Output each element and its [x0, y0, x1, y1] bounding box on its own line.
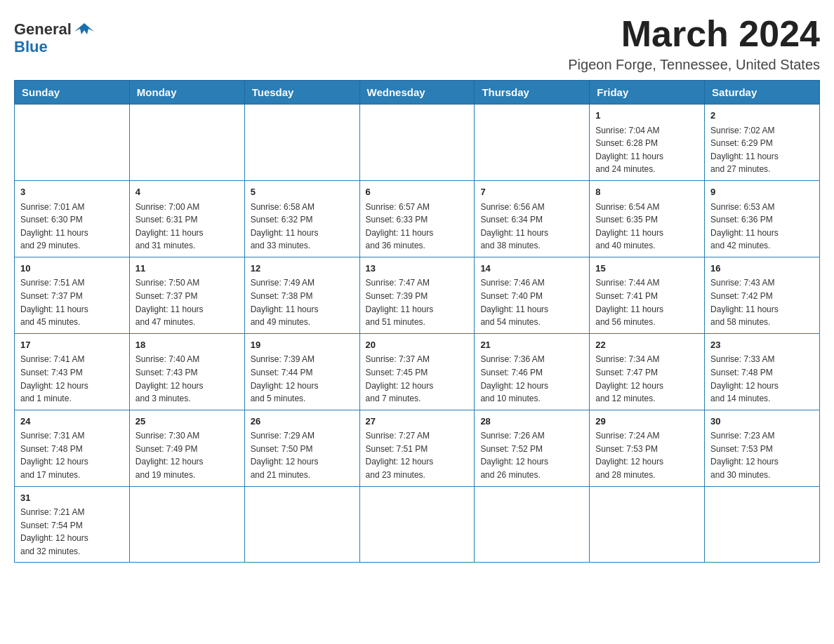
table-row: 22Sunrise: 7:34 AM Sunset: 7:47 PM Dayli…: [590, 333, 705, 410]
day-info: Sunrise: 7:02 AM Sunset: 6:29 PM Dayligh…: [710, 124, 814, 176]
header-saturday: Saturday: [705, 81, 820, 105]
day-number: 28: [480, 415, 583, 429]
svg-marker-0: [74, 23, 94, 34]
calendar-week-row: 10Sunrise: 7:51 AM Sunset: 7:37 PM Dayli…: [15, 257, 820, 333]
table-row: 15Sunrise: 7:44 AM Sunset: 7:41 PM Dayli…: [590, 257, 705, 333]
table-row: 1Sunrise: 7:04 AM Sunset: 6:28 PM Daylig…: [590, 105, 705, 181]
calendar-week-row: 1Sunrise: 7:04 AM Sunset: 6:28 PM Daylig…: [15, 105, 820, 181]
table-row: 27Sunrise: 7:27 AM Sunset: 7:51 PM Dayli…: [359, 410, 475, 486]
logo-blue-text: Blue: [14, 38, 48, 56]
day-number: 7: [480, 185, 583, 199]
day-info: Sunrise: 7:36 AM Sunset: 7:46 PM Dayligh…: [480, 353, 583, 405]
day-number: 27: [366, 415, 469, 429]
table-row: [129, 105, 244, 181]
table-row: [129, 486, 244, 563]
day-number: 25: [135, 415, 239, 429]
title-area: March 2024 Pigeon Forge, Tennessee, Unit…: [568, 14, 820, 73]
table-row: 18Sunrise: 7:40 AM Sunset: 7:43 PM Dayli…: [129, 333, 244, 410]
day-number: 26: [251, 415, 354, 429]
day-info: Sunrise: 7:29 AM Sunset: 7:50 PM Dayligh…: [251, 429, 354, 481]
day-number: 14: [480, 262, 583, 276]
table-row: 16Sunrise: 7:43 AM Sunset: 7:42 PM Dayli…: [705, 257, 820, 333]
day-info: Sunrise: 7:00 AM Sunset: 6:31 PM Dayligh…: [135, 201, 239, 253]
day-info: Sunrise: 7:27 AM Sunset: 7:51 PM Dayligh…: [366, 429, 469, 481]
day-info: Sunrise: 7:24 AM Sunset: 7:53 PM Dayligh…: [595, 429, 699, 481]
day-info: Sunrise: 6:54 AM Sunset: 6:35 PM Dayligh…: [595, 201, 699, 253]
table-row: 14Sunrise: 7:46 AM Sunset: 7:40 PM Dayli…: [475, 257, 590, 333]
day-info: Sunrise: 6:53 AM Sunset: 6:36 PM Dayligh…: [710, 201, 814, 253]
day-number: 23: [710, 338, 814, 352]
day-info: Sunrise: 7:04 AM Sunset: 6:28 PM Dayligh…: [595, 124, 699, 176]
table-row: 4Sunrise: 7:00 AM Sunset: 6:31 PM Daylig…: [129, 181, 244, 257]
day-number: 11: [135, 262, 239, 276]
table-row: 31Sunrise: 7:21 AM Sunset: 7:54 PM Dayli…: [15, 486, 130, 563]
table-row: 24Sunrise: 7:31 AM Sunset: 7:48 PM Dayli…: [15, 410, 130, 486]
table-row: 13Sunrise: 7:47 AM Sunset: 7:39 PM Dayli…: [359, 257, 475, 333]
table-row: [15, 105, 130, 181]
day-number: 29: [595, 415, 699, 429]
day-info: Sunrise: 7:40 AM Sunset: 7:43 PM Dayligh…: [135, 353, 239, 405]
day-info: Sunrise: 7:44 AM Sunset: 7:41 PM Dayligh…: [595, 276, 699, 328]
table-row: 17Sunrise: 7:41 AM Sunset: 7:43 PM Dayli…: [15, 333, 130, 410]
day-info: Sunrise: 7:37 AM Sunset: 7:45 PM Dayligh…: [366, 353, 469, 405]
table-row: 2Sunrise: 7:02 AM Sunset: 6:29 PM Daylig…: [705, 105, 820, 181]
day-number: 16: [710, 262, 814, 276]
table-row: 6Sunrise: 6:57 AM Sunset: 6:33 PM Daylig…: [359, 181, 475, 257]
table-row: 12Sunrise: 7:49 AM Sunset: 7:38 PM Dayli…: [244, 257, 359, 333]
table-row: [475, 486, 590, 563]
day-info: Sunrise: 7:31 AM Sunset: 7:48 PM Dayligh…: [20, 429, 124, 481]
table-row: 10Sunrise: 7:51 AM Sunset: 7:37 PM Dayli…: [15, 257, 130, 333]
table-row: 25Sunrise: 7:30 AM Sunset: 7:49 PM Dayli…: [129, 410, 244, 486]
header-monday: Monday: [129, 81, 244, 105]
table-row: 23Sunrise: 7:33 AM Sunset: 7:48 PM Dayli…: [705, 333, 820, 410]
day-info: Sunrise: 7:23 AM Sunset: 7:53 PM Dayligh…: [710, 429, 814, 481]
logo-bird-icon: [74, 22, 94, 37]
day-number: 13: [366, 262, 469, 276]
table-row: 8Sunrise: 6:54 AM Sunset: 6:35 PM Daylig…: [590, 181, 705, 257]
table-row: 3Sunrise: 7:01 AM Sunset: 6:30 PM Daylig…: [15, 181, 130, 257]
table-row: 30Sunrise: 7:23 AM Sunset: 7:53 PM Dayli…: [705, 410, 820, 486]
day-info: Sunrise: 7:33 AM Sunset: 7:48 PM Dayligh…: [710, 353, 814, 405]
day-info: Sunrise: 7:26 AM Sunset: 7:52 PM Dayligh…: [480, 429, 583, 481]
weekday-header-row: Sunday Monday Tuesday Wednesday Thursday…: [15, 81, 820, 105]
day-number: 5: [251, 185, 354, 199]
day-number: 2: [710, 109, 814, 123]
day-number: 3: [20, 185, 124, 199]
table-row: 5Sunrise: 6:58 AM Sunset: 6:32 PM Daylig…: [244, 181, 359, 257]
table-row: 29Sunrise: 7:24 AM Sunset: 7:53 PM Dayli…: [590, 410, 705, 486]
logo: General Blue: [14, 21, 94, 56]
table-row: 20Sunrise: 7:37 AM Sunset: 7:45 PM Dayli…: [359, 333, 475, 410]
day-number: 10: [20, 262, 124, 276]
day-number: 21: [480, 338, 583, 352]
table-row: 28Sunrise: 7:26 AM Sunset: 7:52 PM Dayli…: [475, 410, 590, 486]
day-number: 19: [251, 338, 354, 352]
table-row: [359, 105, 475, 181]
day-info: Sunrise: 7:41 AM Sunset: 7:43 PM Dayligh…: [20, 353, 124, 405]
day-number: 9: [710, 185, 814, 199]
day-number: 31: [20, 491, 124, 505]
day-number: 22: [595, 338, 699, 352]
day-number: 20: [366, 338, 469, 352]
table-row: [244, 105, 359, 181]
day-number: 8: [595, 185, 699, 199]
table-row: 9Sunrise: 6:53 AM Sunset: 6:36 PM Daylig…: [705, 181, 820, 257]
day-info: Sunrise: 7:49 AM Sunset: 7:38 PM Dayligh…: [251, 276, 354, 328]
day-info: Sunrise: 7:21 AM Sunset: 7:54 PM Dayligh…: [20, 506, 124, 558]
table-row: [244, 486, 359, 563]
header-wednesday: Wednesday: [359, 81, 475, 105]
day-info: Sunrise: 7:30 AM Sunset: 7:49 PM Dayligh…: [135, 429, 239, 481]
table-row: 26Sunrise: 7:29 AM Sunset: 7:50 PM Dayli…: [244, 410, 359, 486]
day-info: Sunrise: 7:34 AM Sunset: 7:47 PM Dayligh…: [595, 353, 699, 405]
table-row: [359, 486, 475, 563]
day-number: 24: [20, 415, 124, 429]
day-number: 12: [251, 262, 354, 276]
day-number: 6: [366, 185, 469, 199]
day-number: 30: [710, 415, 814, 429]
table-row: 19Sunrise: 7:39 AM Sunset: 7:44 PM Dayli…: [244, 333, 359, 410]
table-row: [475, 105, 590, 181]
day-number: 4: [135, 185, 239, 199]
day-info: Sunrise: 7:39 AM Sunset: 7:44 PM Dayligh…: [251, 353, 354, 405]
month-title: March 2024: [568, 14, 820, 54]
day-info: Sunrise: 7:01 AM Sunset: 6:30 PM Dayligh…: [20, 201, 124, 253]
calendar-week-row: 3Sunrise: 7:01 AM Sunset: 6:30 PM Daylig…: [15, 181, 820, 257]
